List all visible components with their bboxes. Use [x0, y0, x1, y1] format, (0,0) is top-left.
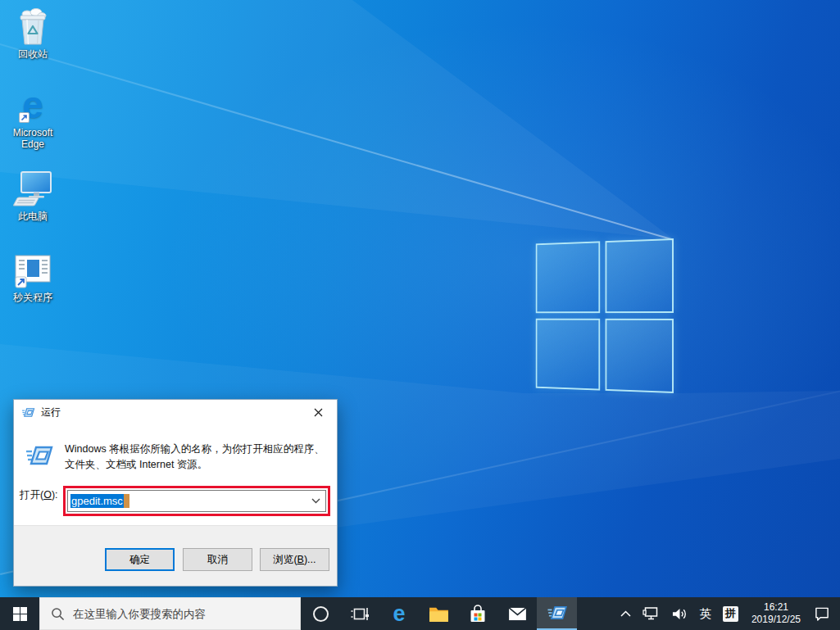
description-line-1: Windows 将根据你所输入的名称，为你打开相应的程序、 — [65, 442, 329, 457]
run-icon — [547, 602, 568, 623]
desktop-icon-shortcut-app[interactable]: 秒关程序 — [9, 252, 57, 303]
ime-badge: 拼 — [723, 606, 738, 622]
selected-input-text: gpedit.msc — [70, 494, 124, 508]
task-view-button[interactable] — [340, 597, 379, 630]
task-view-icon — [351, 606, 370, 622]
cancel-button[interactable]: 取消 — [183, 548, 252, 571]
desktop-icon-label: 回收站 — [9, 48, 57, 60]
network-status-button[interactable] — [637, 597, 665, 630]
desktop-icon-label: 此电脑 — [9, 211, 57, 222]
app-window-icon — [9, 252, 57, 289]
text-caret — [124, 494, 129, 508]
edge-icon: e — [9, 82, 57, 125]
chevron-down-icon[interactable] — [306, 491, 325, 511]
dialog-title: 运行 — [41, 406, 61, 419]
open-label-text: ): — [52, 489, 58, 501]
browse-button[interactable]: 浏览(B)... — [260, 548, 329, 571]
run-dialog-titlebar[interactable]: 运行 — [14, 400, 337, 424]
shortcut-arrow-icon — [19, 112, 30, 123]
wallpaper-ray-edge — [0, 43, 674, 241]
edge-taskbar-button[interactable]: e — [379, 597, 419, 630]
system-tray: 英 拼 16:21 2019/12/25 — [615, 597, 840, 630]
cortana-circle-icon — [312, 605, 329, 623]
chevron-up-icon — [620, 610, 631, 617]
ok-button[interactable]: 确定 — [105, 548, 175, 571]
clock-date: 2019/12/25 — [751, 614, 801, 626]
run-icon — [21, 406, 35, 419]
browse-accesskey: B — [297, 554, 304, 565]
recycle-bin-icon — [9, 5, 57, 46]
desktop-icon-microsoft-edge[interactable]: e Microsoft Edge — [9, 82, 57, 150]
folder-icon — [429, 605, 449, 623]
edge-icon: e — [393, 603, 405, 625]
run-dialog: 运行 Windows 将根据你所输入的名称，为你打开相应的程序、 文件夹、文档或… — [13, 399, 338, 587]
windows-logo-pane — [536, 319, 600, 391]
language-label: 英 — [699, 606, 711, 622]
windows-logo-pane — [605, 319, 674, 393]
windows-logo-pane — [605, 238, 674, 313]
search-input[interactable] — [73, 608, 282, 620]
mail-button[interactable] — [497, 597, 537, 630]
run-taskbar-button-active[interactable] — [537, 597, 577, 630]
run-command-input[interactable]: gpedit.msc — [67, 490, 326, 512]
desktop-icon-recycle-bin[interactable]: 回收站 — [9, 5, 57, 60]
close-icon[interactable] — [300, 401, 337, 424]
open-field-label: 打开(O): — [20, 488, 58, 502]
hidden-icons-button[interactable] — [615, 597, 637, 630]
language-indicator[interactable]: 英 — [693, 597, 717, 630]
run-icon-large — [25, 441, 54, 474]
desktop-icon-label: Microsoft Edge — [9, 127, 57, 150]
desktop-icon-this-pc[interactable]: 此电脑 — [9, 169, 57, 222]
taskbar-search-box[interactable] — [39, 597, 301, 630]
network-ethernet-icon — [642, 606, 660, 621]
volume-button[interactable] — [665, 597, 693, 630]
microsoft-store-icon — [469, 605, 487, 623]
action-center-button[interactable] — [808, 597, 840, 630]
start-button[interactable] — [0, 597, 39, 630]
desktop-icon-label: 秒关程序 — [9, 292, 57, 303]
annotation-highlight-box: gpedit.msc — [63, 486, 330, 516]
windows-start-icon — [13, 607, 27, 621]
search-icon — [51, 607, 65, 621]
ime-mode-indicator[interactable]: 拼 — [717, 597, 744, 630]
cortana-button[interactable] — [301, 597, 340, 630]
action-center-icon — [814, 606, 830, 622]
taskbar-clock[interactable]: 16:21 2019/12/25 — [744, 597, 808, 630]
speaker-icon — [671, 607, 688, 621]
file-explorer-button[interactable] — [419, 597, 458, 630]
this-pc-icon — [9, 169, 57, 208]
open-label-text: 打开( — [20, 489, 43, 501]
description-line-2: 文件夹、文档或 Internet 资源。 — [65, 457, 329, 473]
browse-label-text: 浏览( — [273, 553, 297, 567]
clock-time: 16:21 — [751, 601, 801, 614]
run-dialog-description: Windows 将根据你所输入的名称，为你打开相应的程序、 文件夹、文档或 In… — [65, 442, 329, 473]
store-button[interactable] — [458, 597, 497, 630]
browse-label-text: )... — [304, 554, 316, 565]
windows-logo-pane — [536, 241, 600, 313]
open-label-accesskey: O — [43, 489, 52, 501]
taskbar: e — [0, 597, 840, 630]
wallpaper-windows-logo — [536, 238, 674, 393]
mail-icon — [508, 607, 527, 621]
